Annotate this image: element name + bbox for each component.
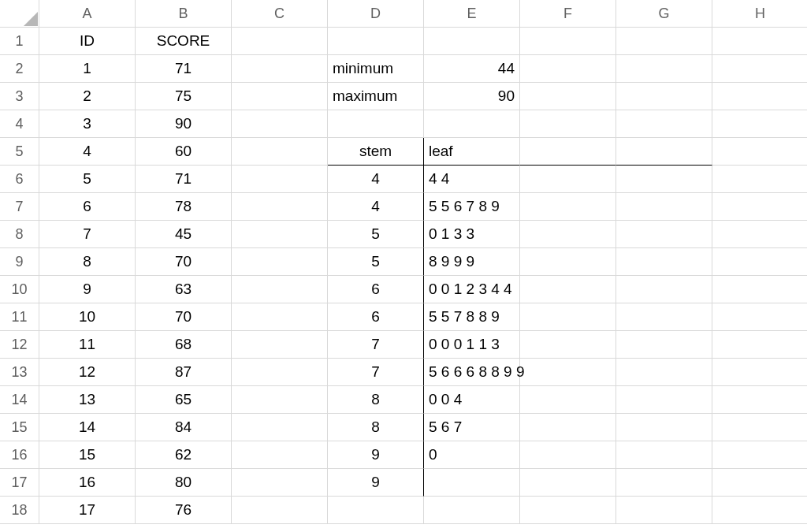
row-header-10[interactable]: 10 xyxy=(0,276,39,303)
stem-header[interactable]: stem xyxy=(328,138,424,166)
stem-cell[interactable]: 7 xyxy=(328,331,424,359)
cell-C12[interactable] xyxy=(232,331,328,359)
cell-C18[interactable] xyxy=(232,497,328,524)
cell-B17[interactable]: 80 xyxy=(136,469,232,497)
cell-B14[interactable]: 65 xyxy=(136,386,232,414)
cell-B4[interactable]: 90 xyxy=(136,110,232,138)
cell-H18[interactable] xyxy=(712,497,807,524)
col-header-B[interactable]: B xyxy=(136,0,232,28)
row-header-18[interactable]: 18 xyxy=(0,497,39,524)
cell-C8[interactable] xyxy=(232,221,328,248)
cell-C9[interactable] xyxy=(232,248,328,276)
leaf-cell[interactable]: 5 5 7 8 8 9 xyxy=(424,303,520,331)
cell-G13[interactable] xyxy=(616,359,712,386)
cell-B10[interactable]: 63 xyxy=(136,276,232,303)
cell-G17[interactable] xyxy=(616,469,712,497)
row-header-3[interactable]: 3 xyxy=(0,83,39,110)
cell-E1[interactable] xyxy=(424,28,520,55)
cell-G14[interactable] xyxy=(616,386,712,414)
cell-F12[interactable] xyxy=(520,331,616,359)
cell-G3[interactable] xyxy=(616,83,712,110)
cell-G12[interactable] xyxy=(616,331,712,359)
cell-A18[interactable]: 17 xyxy=(39,497,136,524)
cell-A17[interactable]: 16 xyxy=(39,469,136,497)
cell-B9[interactable]: 70 xyxy=(136,248,232,276)
cell-D3[interactable]: maximum xyxy=(328,83,424,110)
cell-H6[interactable] xyxy=(712,166,807,193)
cell-H3[interactable] xyxy=(712,83,807,110)
row-header-16[interactable]: 16 xyxy=(0,441,39,469)
leaf-cell[interactable]: 0 0 4 xyxy=(424,386,520,414)
cell-A2[interactable]: 1 xyxy=(39,55,136,83)
stem-cell[interactable]: 9 xyxy=(328,441,424,469)
cell-B2[interactable]: 71 xyxy=(136,55,232,83)
stem-cell[interactable]: 6 xyxy=(328,303,424,331)
stem-cell[interactable]: 5 xyxy=(328,248,424,276)
cell-C14[interactable] xyxy=(232,386,328,414)
cell-A5[interactable]: 4 xyxy=(39,138,136,166)
row-header-15[interactable]: 15 xyxy=(0,414,39,441)
cell-G9[interactable] xyxy=(616,248,712,276)
cell-B8[interactable]: 45 xyxy=(136,221,232,248)
cell-B3[interactable]: 75 xyxy=(136,83,232,110)
leaf-cell[interactable]: 5 6 6 6 8 8 9 9 xyxy=(424,359,520,386)
cell-H16[interactable] xyxy=(712,441,807,469)
cell-G6[interactable] xyxy=(616,166,712,193)
leaf-cell[interactable]: 4 4 xyxy=(424,166,520,193)
cell-G8[interactable] xyxy=(616,221,712,248)
cell-H13[interactable] xyxy=(712,359,807,386)
stem-cell[interactable]: 7 xyxy=(328,359,424,386)
col-header-A[interactable]: A xyxy=(39,0,136,28)
leaf-cell[interactable]: 0 xyxy=(424,441,520,469)
col-header-D[interactable]: D xyxy=(328,0,424,28)
cell-F3[interactable] xyxy=(520,83,616,110)
cell-G18[interactable] xyxy=(616,497,712,524)
cell-C16[interactable] xyxy=(232,441,328,469)
cell-A4[interactable]: 3 xyxy=(39,110,136,138)
cell-E2[interactable]: 44 xyxy=(424,55,520,83)
leaf-cell[interactable]: 0 1 3 3 xyxy=(424,221,520,248)
cell-G2[interactable] xyxy=(616,55,712,83)
cell-E4[interactable] xyxy=(424,110,520,138)
cell-A7[interactable]: 6 xyxy=(39,193,136,221)
cell-C4[interactable] xyxy=(232,110,328,138)
leaf-cell[interactable]: 0 0 1 2 3 4 4 xyxy=(424,276,520,303)
cell-B12[interactable]: 68 xyxy=(136,331,232,359)
cell-G7[interactable] xyxy=(616,193,712,221)
cell-F5[interactable] xyxy=(520,138,616,166)
cell-H14[interactable] xyxy=(712,386,807,414)
row-header-1[interactable]: 1 xyxy=(0,28,39,55)
cell-C17[interactable] xyxy=(232,469,328,497)
cell-B15[interactable]: 84 xyxy=(136,414,232,441)
leaf-cell[interactable]: 5 5 6 7 8 9 xyxy=(424,193,520,221)
cell-C6[interactable] xyxy=(232,166,328,193)
cell-C3[interactable] xyxy=(232,83,328,110)
cell-A12[interactable]: 11 xyxy=(39,331,136,359)
cell-E18[interactable] xyxy=(424,497,520,524)
cell-A9[interactable]: 8 xyxy=(39,248,136,276)
spreadsheet-grid[interactable]: ABCDEFGH1IDSCORE2171minimum443275maximum… xyxy=(0,0,807,524)
cell-B16[interactable]: 62 xyxy=(136,441,232,469)
cell-A13[interactable]: 12 xyxy=(39,359,136,386)
cell-A11[interactable]: 10 xyxy=(39,303,136,331)
row-header-9[interactable]: 9 xyxy=(0,248,39,276)
cell-H9[interactable] xyxy=(712,248,807,276)
cell-G4[interactable] xyxy=(616,110,712,138)
stem-cell[interactable]: 8 xyxy=(328,386,424,414)
col-header-C[interactable]: C xyxy=(232,0,328,28)
stem-cell[interactable]: 4 xyxy=(328,193,424,221)
cell-A15[interactable]: 14 xyxy=(39,414,136,441)
cell-F6[interactable] xyxy=(520,166,616,193)
cell-G10[interactable] xyxy=(616,276,712,303)
cell-B18[interactable]: 76 xyxy=(136,497,232,524)
leaf-cell[interactable]: 8 9 9 9 xyxy=(424,248,520,276)
cell-G1[interactable] xyxy=(616,28,712,55)
cell-B5[interactable]: 60 xyxy=(136,138,232,166)
cell-C2[interactable] xyxy=(232,55,328,83)
cell-B1[interactable]: SCORE xyxy=(136,28,232,55)
row-header-17[interactable]: 17 xyxy=(0,469,39,497)
cell-F8[interactable] xyxy=(520,221,616,248)
cell-F18[interactable] xyxy=(520,497,616,524)
row-header-13[interactable]: 13 xyxy=(0,359,39,386)
row-header-6[interactable]: 6 xyxy=(0,166,39,193)
